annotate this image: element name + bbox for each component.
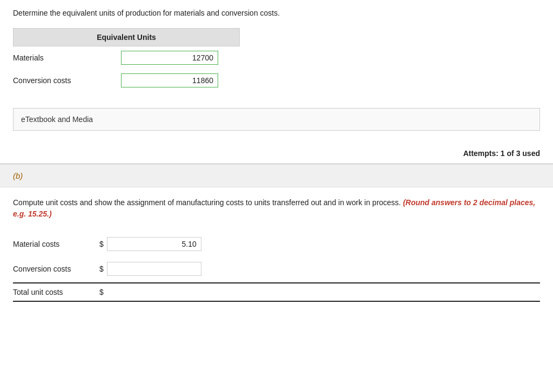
conversion-costs-b-row: Conversion costs $ bbox=[13, 258, 540, 280]
section-b-header: (b) bbox=[0, 164, 553, 187]
section-a-instructions: Determine the equivalent units of produc… bbox=[13, 9, 540, 17]
conversion-costs-input[interactable] bbox=[121, 73, 218, 87]
conversion-costs-b-input[interactable] bbox=[107, 262, 201, 276]
conversion-costs-row: Conversion costs bbox=[13, 69, 240, 92]
table-header: Equivalent Units bbox=[13, 28, 240, 46]
total-unit-costs-input[interactable] bbox=[107, 286, 201, 299]
material-costs-input[interactable] bbox=[107, 237, 201, 251]
conversion-costs-label: Conversion costs bbox=[13, 76, 121, 85]
material-costs-label: Material costs bbox=[13, 240, 99, 248]
etextbook-bar[interactable]: eTextbook and Media bbox=[13, 108, 540, 131]
conversion-costs-b-dollar: $ bbox=[99, 265, 104, 273]
section-b-content: Compute unit costs and show the assignme… bbox=[0, 187, 553, 317]
total-unit-costs-row: Total unit costs $ bbox=[13, 282, 540, 302]
compute-instructions-main: Compute unit costs and show the assignme… bbox=[13, 198, 401, 207]
material-costs-dollar: $ bbox=[99, 240, 104, 248]
materials-row: Materials bbox=[13, 46, 240, 69]
section-b-label: (b) bbox=[13, 171, 23, 180]
equivalent-units-table: Equivalent Units Materials Conversion co… bbox=[13, 28, 240, 92]
section-a: Determine the equivalent units of produc… bbox=[0, 0, 553, 144]
total-unit-costs-dollar: $ bbox=[99, 288, 104, 296]
attempts-row: Attempts: 1 of 3 used bbox=[0, 144, 553, 164]
material-costs-row: Material costs $ bbox=[13, 233, 540, 255]
materials-label: Materials bbox=[13, 53, 121, 62]
total-unit-costs-label: Total unit costs bbox=[13, 288, 99, 296]
conversion-costs-b-label: Conversion costs bbox=[13, 265, 99, 273]
materials-input[interactable] bbox=[121, 51, 218, 65]
etextbook-label: eTextbook and Media bbox=[21, 115, 93, 124]
attempts-text: Attempts: 1 of 3 used bbox=[463, 149, 540, 158]
compute-instructions: Compute unit costs and show the assignme… bbox=[13, 197, 540, 220]
